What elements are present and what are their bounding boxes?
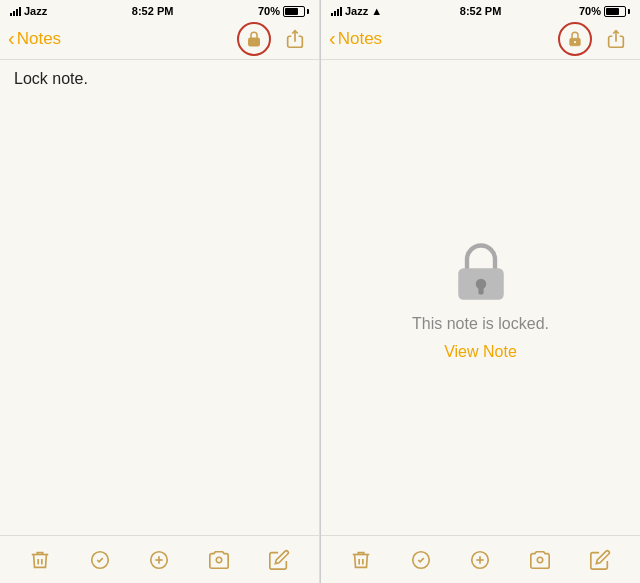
share-button-1[interactable] bbox=[283, 27, 307, 51]
status-left-1: Jazz bbox=[10, 5, 47, 17]
time-2: 8:52 PM bbox=[460, 5, 502, 17]
delete-button-2[interactable] bbox=[341, 540, 381, 580]
compose-button-2[interactable] bbox=[580, 540, 620, 580]
battery-pct-1: 70% bbox=[258, 5, 280, 17]
battery-pct-2: 70% bbox=[579, 5, 601, 17]
check-button-2[interactable] bbox=[401, 540, 441, 580]
back-label-2: Notes bbox=[338, 29, 382, 49]
svg-rect-11 bbox=[478, 285, 483, 294]
signal-bar-2 bbox=[13, 11, 15, 16]
check-button-1[interactable] bbox=[80, 540, 120, 580]
locked-content: This note is locked. View Note bbox=[321, 60, 640, 535]
big-lock-icon bbox=[446, 235, 516, 305]
signal-bar-2-3 bbox=[337, 9, 339, 16]
signal-bars-1 bbox=[10, 6, 21, 16]
compose-button-1[interactable] bbox=[259, 540, 299, 580]
note-text-1: Lock note. bbox=[14, 70, 88, 87]
screen-locked: Jazz ▲ 8:52 PM 70% ‹ Notes bbox=[320, 0, 640, 583]
signal-bars-2 bbox=[331, 6, 342, 16]
carrier-2: Jazz bbox=[345, 5, 368, 17]
view-note-button[interactable]: View Note bbox=[444, 343, 517, 361]
svg-point-1 bbox=[253, 40, 255, 42]
lock-icon-2 bbox=[566, 30, 584, 48]
battery-body-2 bbox=[604, 6, 626, 17]
nav-bar-2: ‹ Notes bbox=[321, 20, 640, 60]
battery-tip-2 bbox=[628, 9, 630, 14]
signal-bar-4 bbox=[19, 7, 21, 16]
nav-bar-1: ‹ Notes bbox=[0, 20, 319, 60]
add-button-1[interactable] bbox=[139, 540, 179, 580]
battery-fill-2 bbox=[606, 8, 619, 15]
status-bar-2: Jazz ▲ 8:52 PM 70% bbox=[321, 0, 640, 20]
svg-point-16 bbox=[538, 557, 544, 563]
signal-bar-2-1 bbox=[331, 13, 333, 16]
note-content-1[interactable]: Lock note. bbox=[0, 60, 319, 535]
camera-icon-2 bbox=[529, 549, 551, 571]
chevron-left-icon-1: ‹ bbox=[8, 27, 15, 50]
back-button-2[interactable]: ‹ Notes bbox=[329, 27, 382, 50]
status-right-2: 70% bbox=[579, 5, 630, 17]
check-icon-1 bbox=[89, 549, 111, 571]
lock-button-1[interactable] bbox=[237, 22, 271, 56]
back-label-1: Notes bbox=[17, 29, 61, 49]
locked-text: This note is locked. bbox=[412, 315, 549, 333]
nav-right-1 bbox=[237, 22, 307, 56]
lock-button-2[interactable] bbox=[558, 22, 592, 56]
back-button-1[interactable]: ‹ Notes bbox=[8, 27, 61, 50]
share-icon-1 bbox=[284, 28, 306, 50]
trash-icon-1 bbox=[29, 549, 51, 571]
signal-bar-1 bbox=[10, 13, 12, 16]
check-icon-2 bbox=[410, 549, 432, 571]
bottom-bar-2 bbox=[321, 535, 640, 583]
delete-button-1[interactable] bbox=[20, 540, 60, 580]
trash-icon-2 bbox=[350, 549, 372, 571]
signal-bar-3 bbox=[16, 9, 18, 16]
compose-icon-1 bbox=[268, 549, 290, 571]
battery-fill-1 bbox=[285, 8, 298, 15]
svg-point-8 bbox=[574, 40, 576, 42]
share-button-2[interactable] bbox=[604, 27, 628, 51]
bottom-bar-1 bbox=[0, 535, 319, 583]
camera-icon-1 bbox=[208, 549, 230, 571]
nav-right-2 bbox=[558, 22, 628, 56]
add-button-2[interactable] bbox=[460, 540, 500, 580]
lock-icon-1 bbox=[245, 30, 263, 48]
battery-body-1 bbox=[283, 6, 305, 17]
battery-icon-2 bbox=[604, 6, 630, 17]
plus-icon-2 bbox=[469, 549, 491, 571]
signal-bar-2-2 bbox=[334, 11, 336, 16]
plus-icon-1 bbox=[148, 549, 170, 571]
wifi-icon-2: ▲ bbox=[371, 5, 382, 17]
status-left-2: Jazz ▲ bbox=[331, 5, 382, 17]
carrier-1: Jazz bbox=[24, 5, 47, 17]
screen-unlocked: Jazz 8:52 PM 70% ‹ Notes bbox=[0, 0, 320, 583]
camera-button-2[interactable] bbox=[520, 540, 560, 580]
share-icon-2 bbox=[605, 28, 627, 50]
battery-icon-1 bbox=[283, 6, 309, 17]
time-1: 8:52 PM bbox=[132, 5, 174, 17]
battery-tip-1 bbox=[307, 9, 309, 14]
chevron-left-icon-2: ‹ bbox=[329, 27, 336, 50]
status-right-1: 70% bbox=[258, 5, 309, 17]
svg-point-6 bbox=[217, 557, 223, 563]
status-bar-1: Jazz 8:52 PM 70% bbox=[0, 0, 319, 20]
compose-icon-2 bbox=[589, 549, 611, 571]
signal-bar-2-4 bbox=[340, 7, 342, 16]
camera-button-1[interactable] bbox=[199, 540, 239, 580]
